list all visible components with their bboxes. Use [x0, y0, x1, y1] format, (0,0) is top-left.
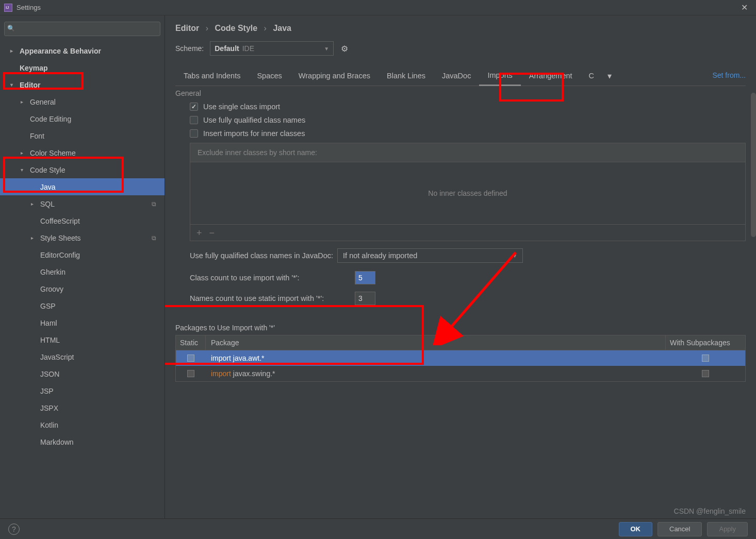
breadcrumb-item: Java: [273, 24, 291, 32]
checkbox-icon[interactable]: [187, 355, 194, 362]
sidebar-item-label: Code Style: [30, 166, 65, 174]
col-package[interactable]: Package: [206, 335, 666, 350]
cancel-button[interactable]: Cancel: [658, 522, 702, 536]
col-sub[interactable]: With Subpackages: [666, 335, 745, 350]
tab-javadoc[interactable]: JavaDoc: [434, 66, 479, 85]
scheme-value: Default: [215, 44, 239, 53]
option-fully-qualified[interactable]: Use fully qualified class names: [190, 116, 746, 124]
sidebar-item-sql[interactable]: ▸SQL⧉: [0, 195, 165, 212]
class-count-label: Class count to use import with '*':: [190, 274, 355, 282]
apply-button[interactable]: Apply: [707, 522, 748, 536]
option-label: Insert imports for inner classes: [203, 129, 305, 138]
checkbox-icon[interactable]: [702, 370, 709, 377]
sidebar-item-code-style[interactable]: ▾Code Style: [0, 161, 165, 178]
sidebar-item-html[interactable]: ▸HTML: [0, 331, 165, 348]
chevron-right-icon: ▸: [31, 201, 38, 207]
sidebar-item-kotlin[interactable]: ▸Kotlin: [0, 416, 165, 433]
sidebar-item-markdown[interactable]: ▸Markdown: [0, 433, 165, 450]
package-row[interactable]: import java.awt.*: [176, 350, 745, 366]
sidebar-item-groovy[interactable]: ▸Groovy: [0, 280, 165, 297]
option-single-class-import[interactable]: Use single class import: [190, 103, 746, 111]
sidebar-item-label: Gherkin: [40, 268, 65, 276]
package-row[interactable]: import javax.swing.*: [176, 366, 745, 381]
sidebar-item-json[interactable]: ▸JSON: [0, 365, 165, 382]
sidebar-item-editor[interactable]: ▾Editor: [0, 76, 165, 93]
tab-blank-lines[interactable]: Blank Lines: [379, 66, 434, 85]
sidebar-item-keymap[interactable]: ▸Keymap: [0, 59, 165, 76]
sidebar-item-label: Appearance & Behavior: [20, 47, 101, 55]
breadcrumb-item[interactable]: Code Style: [215, 24, 257, 32]
names-count-row: Names count to use static import with '*…: [190, 292, 746, 305]
col-static[interactable]: Static: [176, 335, 206, 350]
scheme-row: Scheme: Default IDE ▼ ⚙: [175, 41, 746, 56]
checkbox-icon[interactable]: [190, 116, 198, 124]
sidebar-item-haml[interactable]: ▸Haml: [0, 314, 165, 331]
settings-tree[interactable]: ▸Appearance & Behavior▸Keymap▾Editor▸Gen…: [0, 42, 165, 518]
sidebar-item-coffeescript[interactable]: ▸CoffeeScript: [0, 212, 165, 229]
breadcrumb-item[interactable]: Editor: [175, 24, 199, 32]
sidebar-item-color-scheme[interactable]: ▸Color Scheme: [0, 144, 165, 161]
scheme-select[interactable]: Default IDE ▼: [210, 41, 334, 56]
sidebar-item-editorconfig[interactable]: ▸EditorConfig: [0, 246, 165, 263]
tab-arrangement[interactable]: Arrangement: [521, 66, 581, 85]
sidebar-item-label: JavaScript: [40, 353, 74, 361]
sidebar-item-appearance-behavior[interactable]: ▸Appearance & Behavior: [0, 42, 165, 59]
gear-icon[interactable]: ⚙: [341, 44, 348, 54]
scrollbar[interactable]: [751, 93, 756, 237]
class-count-row: Class count to use import with '*':: [190, 271, 746, 284]
sidebar-item-label: Groovy: [40, 285, 63, 293]
checkbox-icon[interactable]: [190, 103, 198, 111]
sidebar-item-label: CoffeeScript: [40, 217, 80, 225]
option-insert-inner[interactable]: Insert imports for inner classes: [190, 129, 746, 138]
tab-spaces[interactable]: Spaces: [249, 66, 290, 85]
sidebar-item-gsp[interactable]: ▸GSP: [0, 297, 165, 314]
remove-icon[interactable]: −: [209, 228, 215, 238]
sidebar-item-java[interactable]: ▸Java: [0, 178, 165, 195]
add-icon[interactable]: +: [196, 228, 202, 238]
ok-button[interactable]: OK: [619, 522, 653, 536]
search-icon: 🔍: [7, 25, 15, 32]
section-general: General: [175, 89, 746, 97]
packages-table: Static Package With Subpackages import j…: [175, 335, 746, 382]
sidebar-item-jsp[interactable]: ▸JSP: [0, 382, 165, 399]
counts-group: Class count to use import with '*': Name…: [190, 268, 746, 315]
sidebar-item-label: Haml: [40, 319, 57, 327]
close-icon[interactable]: ✕: [736, 0, 752, 15]
sidebar-item-gherkin[interactable]: ▸Gherkin: [0, 263, 165, 280]
checkbox-icon[interactable]: [702, 355, 709, 362]
javadoc-select[interactable]: If not already imported ▼: [337, 248, 523, 263]
sidebar-item-label: General: [30, 98, 56, 106]
sidebar-item-jspx[interactable]: ▸JSPX: [0, 399, 165, 416]
tab-tabs-and-indents[interactable]: Tabs and Indents: [175, 66, 249, 85]
sidebar-item-general[interactable]: ▸General: [0, 93, 165, 110]
sidebar-item-font[interactable]: ▸Font: [0, 127, 165, 144]
sidebar-item-code-editing[interactable]: ▸Code Editing: [0, 110, 165, 127]
scheme-label: Scheme:: [175, 44, 204, 53]
footer: ? OK Cancel Apply: [0, 518, 756, 539]
tab-wrapping-and-braces[interactable]: Wrapping and Braces: [290, 66, 379, 85]
sidebar-item-label: Kotlin: [40, 421, 58, 429]
tabs-bar: Tabs and IndentsSpacesWrapping and Brace…: [175, 66, 746, 86]
sidebar-item-javascript[interactable]: ▸JavaScript: [0, 348, 165, 365]
tabs-more-icon[interactable]: ▾: [602, 67, 617, 85]
breadcrumb: Editor › Code Style › Java: [175, 24, 746, 33]
copy-icon[interactable]: ⧉: [152, 200, 156, 208]
sidebar-item-label: Editor: [20, 81, 40, 89]
javadoc-value: If not already imported: [343, 251, 417, 260]
tab-imports[interactable]: Imports: [479, 66, 520, 86]
search-input[interactable]: [4, 22, 160, 36]
checkbox-icon[interactable]: [187, 370, 194, 377]
class-count-input[interactable]: [355, 271, 375, 284]
names-count-input[interactable]: [355, 292, 375, 305]
checkbox-icon[interactable]: [190, 129, 198, 138]
sidebar-item-style-sheets[interactable]: ▸Style Sheets⧉: [0, 229, 165, 246]
set-from-link[interactable]: Set from...: [712, 71, 746, 79]
help-icon[interactable]: ?: [8, 524, 20, 535]
package-cell: import java.awt.*: [206, 354, 666, 362]
sidebar-item-label: Markdown: [40, 438, 74, 446]
tab-c[interactable]: C: [581, 66, 602, 85]
app-icon: [4, 4, 12, 12]
titlebar: Settings ✕: [0, 0, 756, 15]
packages-header: Static Package With Subpackages: [176, 335, 745, 350]
copy-icon[interactable]: ⧉: [152, 234, 156, 242]
